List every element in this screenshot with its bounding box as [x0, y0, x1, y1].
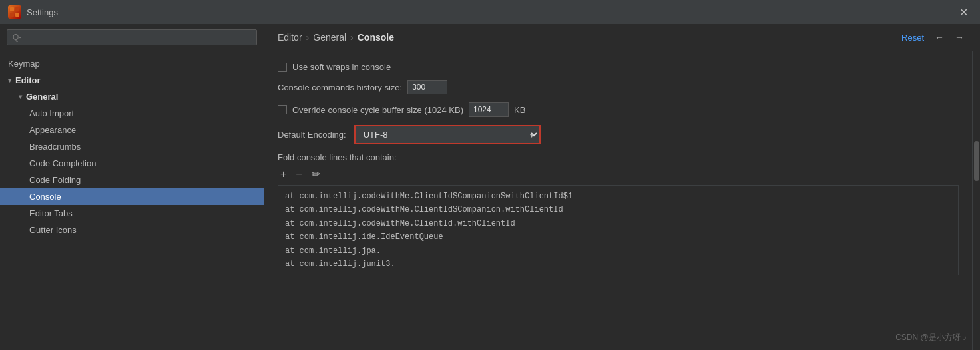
- title-bar: Settings ✕: [0, 0, 980, 24]
- history-size-row: Console commands history size:: [278, 80, 959, 94]
- editor-chevron: ▾: [8, 77, 11, 84]
- sidebar-item-code-completion[interactable]: Code Completion: [0, 155, 264, 172]
- list-item: at com.intellij.codeWithMe.ClientId$Comp…: [285, 203, 951, 216]
- soft-wraps-checkbox[interactable]: [278, 63, 287, 72]
- watermark: CSDN @是小方呀 ♪: [895, 332, 967, 343]
- keymap-label: Keymap: [8, 59, 40, 69]
- breadcrumb-sep-1: ›: [306, 32, 310, 43]
- sidebar-item-general[interactable]: ▾ General: [0, 88, 264, 105]
- list-item: at com.intellij.ide.IdeEventQueue: [285, 230, 951, 244]
- list-item: at com.intellij.codeWithMe.ClientId.with…: [285, 217, 951, 230]
- fold-section: Fold console lines that contain: + − ✏ a…: [278, 152, 959, 275]
- title-bar-left: Settings: [8, 5, 58, 19]
- fold-pattern-list: at com.intellij.codeWithMe.ClientId$Comp…: [278, 185, 959, 275]
- fold-toolbar: + − ✏: [278, 168, 959, 181]
- sidebar-item-gutter-icons[interactable]: Gutter Icons: [0, 222, 264, 238]
- code-completion-label: Code Completion: [29, 158, 96, 168]
- list-item: at com.intellij.codeWithMe.ClientId$Comp…: [285, 190, 951, 203]
- forward-button[interactable]: →: [952, 31, 967, 44]
- back-button[interactable]: ←: [932, 31, 947, 44]
- sidebar-item-editor[interactable]: ▾ Editor: [0, 72, 264, 88]
- override-buffer-checkbox[interactable]: [278, 105, 287, 114]
- search-box: [0, 24, 264, 51]
- editor-tabs-label: Editor Tabs: [29, 208, 73, 218]
- reset-button[interactable]: Reset: [899, 31, 927, 44]
- soft-wraps-label: Use soft wraps in console: [292, 62, 391, 72]
- code-folding-label: Code Folding: [29, 175, 81, 185]
- encoding-select[interactable]: UTF-8 UTF-16 ISO-8859-1 US-ASCII windows…: [354, 125, 541, 144]
- breadcrumb-console: Console: [358, 32, 394, 43]
- soft-wraps-row: Use soft wraps in console: [278, 62, 959, 72]
- breadcrumb-sep-2: ›: [350, 32, 354, 43]
- sidebar-item-code-folding[interactable]: Code Folding: [0, 172, 264, 188]
- encoding-wrapper: UTF-8 UTF-16 ISO-8859-1 US-ASCII windows…: [354, 125, 541, 144]
- encoding-row: Default Encoding: UTF-8 UTF-16 ISO-8859-…: [278, 125, 959, 144]
- close-button[interactable]: ✕: [955, 5, 972, 20]
- override-buffer-label: Override console cycle buffer size (1024…: [292, 105, 463, 115]
- remove-pattern-button[interactable]: −: [293, 168, 304, 181]
- window-title: Settings: [27, 7, 58, 17]
- override-buffer-row: Override console cycle buffer size (1024…: [278, 102, 959, 117]
- fold-label: Fold console lines that contain:: [278, 152, 959, 162]
- main-content: Keymap ▾ Editor ▾ General Auto Import Ap…: [0, 24, 980, 350]
- general-label: General: [26, 92, 58, 102]
- history-size-label: Console commands history size:: [278, 83, 402, 92]
- auto-import-label: Auto Import: [29, 108, 74, 118]
- breadcrumb-general: General: [313, 32, 346, 43]
- nav-tree: Keymap ▾ Editor ▾ General Auto Import Ap…: [0, 51, 264, 350]
- history-size-input[interactable]: [407, 80, 447, 94]
- svg-rect-3: [15, 13, 19, 17]
- breadcrumb: Editor › General › Console: [278, 32, 394, 43]
- app-icon: [8, 5, 21, 19]
- sidebar-item-console[interactable]: Console: [0, 188, 264, 205]
- right-scrollbar[interactable]: [972, 51, 980, 350]
- general-chevron: ▾: [19, 93, 22, 100]
- sidebar-item-auto-import[interactable]: Auto Import: [0, 105, 264, 122]
- gutter-icons-label: Gutter Icons: [29, 225, 77, 235]
- header-actions: Reset ← →: [899, 31, 967, 44]
- main-panel: Editor › General › Console Reset ← →: [264, 24, 980, 350]
- search-input[interactable]: [7, 29, 257, 45]
- add-pattern-button[interactable]: +: [278, 168, 289, 181]
- svg-rect-0: [10, 7, 14, 11]
- sidebar-item-appearance[interactable]: Appearance: [0, 122, 264, 138]
- svg-rect-1: [15, 7, 19, 11]
- appearance-label: Appearance: [29, 125, 76, 135]
- watermark-text: CSDN @是小方呀 ♪: [895, 333, 967, 342]
- sidebar-item-editor-tabs[interactable]: Editor Tabs: [0, 205, 264, 222]
- encoding-label: Default Encoding:: [278, 130, 346, 140]
- breadcrumbs-label: Breadcrumbs: [29, 142, 81, 152]
- sidebar-item-keymap[interactable]: Keymap: [0, 55, 264, 72]
- list-item: at com.intellij.junit3.: [285, 258, 951, 271]
- scrollbar-thumb: [974, 141, 979, 181]
- sidebar-item-breadcrumbs[interactable]: Breadcrumbs: [0, 138, 264, 155]
- sidebar: Keymap ▾ Editor ▾ General Auto Import Ap…: [0, 24, 264, 350]
- console-label: Console: [29, 192, 61, 202]
- settings-window: Settings ✕ Keymap ▾ Editor ▾ General: [0, 0, 980, 350]
- override-buffer-input[interactable]: [469, 102, 509, 117]
- panel-header: Editor › General › Console Reset ← →: [264, 24, 980, 51]
- breadcrumb-editor: Editor: [278, 32, 302, 43]
- panel-body: Use soft wraps in console Console comman…: [264, 51, 972, 350]
- buffer-unit: KB: [514, 105, 525, 115]
- list-item: at com.intellij.jpa.: [285, 244, 951, 258]
- editor-label: Editor: [15, 75, 41, 85]
- svg-rect-2: [10, 13, 14, 17]
- edit-pattern-button[interactable]: ✏: [309, 168, 323, 181]
